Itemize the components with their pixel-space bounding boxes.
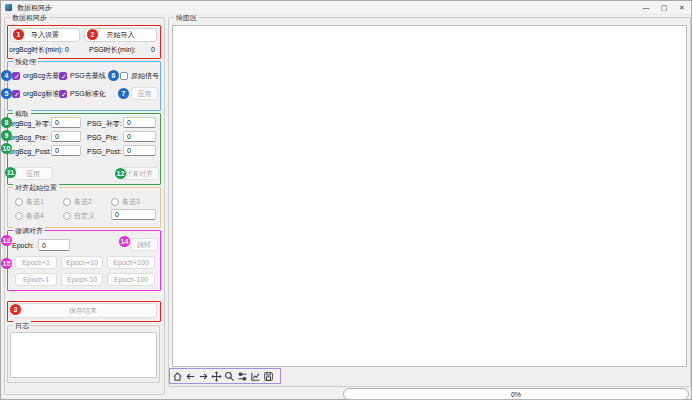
log-textarea[interactable] bbox=[10, 332, 157, 378]
badge-2: 2 bbox=[87, 29, 98, 40]
psg-pad-input[interactable] bbox=[123, 117, 156, 128]
psg-normalize-label: PSG标准化 bbox=[70, 89, 106, 98]
plot-canvas[interactable] bbox=[172, 25, 687, 367]
orgbcg-pad-label: orgBcg_补零: bbox=[9, 119, 51, 129]
left-panel-legend: 数据粗同步 bbox=[10, 13, 49, 22]
psg-duration-label: PSG时长(min): bbox=[89, 45, 136, 55]
custom-radio[interactable]: 自定义 bbox=[63, 211, 95, 220]
orgbcg-duration-label: orgBcg时长(min): bbox=[9, 45, 63, 55]
badge-9: 9 bbox=[1, 130, 12, 141]
radio-icon bbox=[15, 212, 23, 220]
psg-detrend-label: PSG去基线 bbox=[70, 71, 106, 80]
fine-align-legend: 微调对齐 bbox=[13, 226, 45, 235]
radio-icon bbox=[63, 212, 71, 220]
back-icon[interactable] bbox=[185, 370, 196, 382]
badge-12: 12 bbox=[115, 168, 126, 179]
jump-button[interactable]: 跳转 bbox=[130, 238, 158, 251]
crop-apply-button[interactable]: 应用 bbox=[13, 167, 53, 180]
badge-6: 6 bbox=[108, 70, 119, 81]
epoch-plus10-button[interactable]: Epoch+10 bbox=[61, 256, 103, 269]
log-legend: 日志 bbox=[13, 321, 31, 330]
radio-icon bbox=[15, 198, 23, 206]
badge-1: 1 bbox=[13, 29, 24, 40]
candidate1-label: 备选1 bbox=[26, 197, 44, 206]
preprocess-apply-button[interactable]: 应用 bbox=[131, 87, 158, 100]
psg-pad-label: PSG_补零: bbox=[87, 119, 122, 129]
radio-icon bbox=[111, 198, 119, 206]
close-button[interactable]: ✕ bbox=[673, 1, 691, 14]
candidate3-radio[interactable]: 备选3 bbox=[111, 197, 140, 206]
badge-15: 15 bbox=[1, 258, 12, 269]
orgbcg-post-input[interactable] bbox=[51, 145, 81, 156]
orgbcg-pre-label: orgBcg_Pre: bbox=[9, 133, 48, 143]
epoch-minus1-button[interactable]: Epoch-1 bbox=[15, 273, 57, 286]
preprocess-box: 预处理 bbox=[7, 61, 161, 111]
minimize-button[interactable]: — bbox=[637, 1, 655, 14]
custom-label: 自定义 bbox=[74, 211, 95, 220]
preprocess-legend: 预处理 bbox=[13, 57, 38, 66]
psg-pre-input[interactable] bbox=[123, 131, 156, 142]
plot-area-legend: 绘图区 bbox=[174, 13, 199, 22]
badge-14: 14 bbox=[119, 236, 130, 247]
psg-post-input[interactable] bbox=[123, 145, 156, 156]
psg-normalize-checkbox[interactable]: PSG标准化 bbox=[59, 89, 106, 98]
candidate4-label: 备选4 bbox=[26, 211, 44, 220]
save-icon[interactable] bbox=[263, 370, 274, 382]
epoch-minus10-button[interactable]: Epoch-10 bbox=[61, 273, 103, 286]
crop-legend: 截取 bbox=[13, 109, 31, 118]
psg-duration-value: 0 bbox=[151, 45, 155, 55]
app-icon bbox=[5, 4, 12, 11]
custom-position-input[interactable] bbox=[111, 209, 156, 220]
orgbcg-pad-input[interactable] bbox=[51, 117, 81, 128]
orgbcg-pre-input[interactable] bbox=[51, 131, 81, 142]
plot-toolbar bbox=[169, 368, 281, 384]
progress-bar: 0% bbox=[343, 388, 689, 400]
psg-detrend-checkbox[interactable]: PSG去基线 bbox=[59, 71, 106, 80]
orgbcg-post-label: orgBcg_Post: bbox=[9, 147, 51, 157]
psg-pre-label: PSG_Pre: bbox=[87, 133, 119, 143]
raw-signal-label: 原始信号 bbox=[131, 71, 159, 80]
badge-13: 13 bbox=[1, 235, 12, 246]
save-results-button[interactable]: 保存结果 bbox=[9, 303, 157, 318]
psg-post-label: PSG_Post: bbox=[87, 147, 122, 157]
epoch-input[interactable] bbox=[38, 239, 70, 251]
checkbox-checked-icon bbox=[12, 90, 20, 98]
badge-10: 10 bbox=[1, 143, 12, 154]
zoom-icon[interactable] bbox=[224, 370, 235, 382]
subplots-icon[interactable] bbox=[237, 370, 248, 382]
customize-icon[interactable] bbox=[250, 370, 261, 382]
align-start-box: 对齐起始位置 bbox=[7, 187, 161, 228]
pan-icon[interactable] bbox=[211, 370, 222, 382]
titlebar: 数据粗同步 — ▢ ✕ bbox=[1, 1, 691, 15]
checkbox-checked-icon bbox=[59, 90, 67, 98]
epoch-plus100-button[interactable]: Epoch+100 bbox=[107, 256, 155, 269]
epoch-plus1-button[interactable]: Epoch+1 bbox=[15, 256, 57, 269]
epoch-minus100-button[interactable]: Epoch-100 bbox=[107, 273, 155, 286]
badge-8: 8 bbox=[1, 117, 12, 128]
candidate3-label: 备选3 bbox=[122, 197, 140, 206]
checkbox-checked-icon bbox=[12, 72, 20, 80]
orgbcg-duration-value: 0 bbox=[65, 45, 69, 55]
app-window: 数据粗同步 — ▢ ✕ 数据粗同步 导入设置 开始导入 orgBcg时长(min… bbox=[0, 0, 692, 400]
radio-icon bbox=[63, 198, 71, 206]
checkbox-unchecked-icon bbox=[120, 72, 128, 80]
align-start-legend: 对齐起始位置 bbox=[13, 183, 59, 192]
badge-5: 5 bbox=[1, 88, 12, 99]
candidate2-label: 备选2 bbox=[74, 197, 92, 206]
candidate4-radio[interactable]: 备选4 bbox=[15, 211, 44, 220]
checkbox-checked-icon bbox=[59, 72, 67, 80]
forward-icon[interactable] bbox=[198, 370, 209, 382]
home-icon[interactable] bbox=[172, 370, 183, 382]
maximize-button[interactable]: ▢ bbox=[655, 1, 673, 14]
epoch-label: Epoch: bbox=[12, 241, 34, 251]
badge-11: 11 bbox=[5, 167, 16, 178]
badge-3: 3 bbox=[10, 304, 21, 315]
badge-7: 7 bbox=[118, 88, 129, 99]
candidate1-radio[interactable]: 备选1 bbox=[15, 197, 44, 206]
raw-signal-checkbox[interactable]: 原始信号 bbox=[120, 71, 159, 80]
candidate2-radio[interactable]: 备选2 bbox=[63, 197, 92, 206]
badge-4: 4 bbox=[1, 70, 12, 81]
progress-value: 0% bbox=[511, 391, 521, 398]
